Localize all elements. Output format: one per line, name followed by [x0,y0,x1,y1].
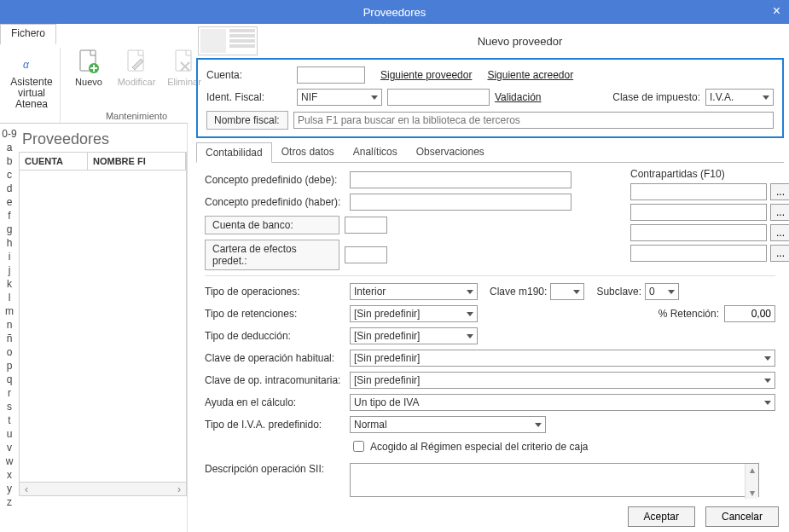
ayuda-calculo-select[interactable]: Un tipo de IVA [350,394,775,411]
validacion-link[interactable]: Validación [495,91,541,103]
tipo-iva-predef-label: Tipo de I.V.A. predefinido: [205,419,350,431]
ribbon-group-mantenimiento: Mantenimiento [106,111,167,123]
aceptar-button[interactable]: Aceptar [628,506,695,527]
acogido-regimen-checkbox[interactable] [353,441,364,452]
scroll-down-icon[interactable]: ▾ [750,487,755,499]
cuenta-banco-input[interactable] [345,217,387,234]
contrapartida-input[interactable] [630,245,767,262]
alpha-w[interactable]: w [6,454,14,468]
clase-impuesto-select[interactable]: I.V.A. [705,89,774,106]
concepto-haber-input[interactable] [350,194,571,211]
contrapartida-input[interactable] [630,204,767,221]
alpha-ñ[interactable]: ñ [7,332,13,345]
alpha-f[interactable]: f [8,209,10,223]
cuenta-banco-button[interactable]: Cuenta de banco: [205,216,339,234]
concepto-debe-input[interactable] [350,171,571,188]
alpha-y[interactable]: y [7,482,12,495]
clave-op-intracom-select[interactable]: [Sin predefinir] [350,372,775,389]
contrapartida-browse-button[interactable]: ... [770,183,789,200]
tipo-deduccion-select[interactable]: [Sin predefinir] [350,327,478,344]
desc-op-sii-textarea[interactable] [350,463,759,497]
pct-retencion-input[interactable] [724,305,775,322]
tab-analiticos[interactable]: Analíticos [344,142,407,162]
alpha-v[interactable]: v [7,441,12,454]
alpha-x[interactable]: x [7,468,12,482]
alpha-p[interactable]: p [7,359,13,373]
subclave-select[interactable]: 0 [645,283,679,300]
tipo-iva-predef-select[interactable]: Normal [350,416,546,433]
alpha-k[interactable]: k [7,277,12,291]
ribbon: Fichero α AsistentevirtualAtenea [0,24,188,124]
contrapartidas-label: Contrapartidas (F10) [630,168,775,180]
clave-op-intracom-label: Clave de op. intracomunitaria: [205,374,350,386]
contrapartida-input[interactable] [630,183,767,200]
siguiente-proveedor-link[interactable]: Siguiente proveedor [380,69,472,81]
alpha-i[interactable]: i [9,250,11,263]
concepto-haber-label: Concepto predefinido (haber): [205,196,350,208]
tab-contabilidad[interactable]: Contabilidad [196,142,272,163]
tipo-retenciones-select[interactable]: [Sin predefinir] [350,305,478,322]
alpha-0-9[interactable]: 0-9 [2,127,16,141]
ident-fiscal-input[interactable] [387,89,490,106]
clave-m190-select[interactable] [550,283,584,300]
nombre-fiscal-input[interactable] [293,112,774,129]
tab-otros-datos[interactable]: Otros datos [272,142,344,162]
asistente-virtual-button[interactable]: α AsistentevirtualAtenea [10,48,53,111]
horizontal-scrollbar[interactable]: ‹ › [19,483,187,496]
clave-op-habitual-select[interactable]: [Sin predefinir] [350,350,775,367]
alpha-o[interactable]: o [7,345,13,359]
col-nombre[interactable]: NOMBRE FI [88,153,186,170]
grid-body [19,171,187,483]
alpha-t[interactable]: t [8,413,10,427]
ident-fiscal-select[interactable]: NIF [297,89,382,106]
cuenta-label: Cuenta: [206,69,292,81]
alpha-u[interactable]: u [7,427,13,441]
contrapartida-browse-button[interactable]: ... [770,224,789,241]
ident-fiscal-label: Ident. Fiscal: [206,91,292,103]
alpha-j[interactable]: j [9,263,11,277]
tipo-operaciones-select[interactable]: Interior [350,283,478,300]
chevron-down-icon [467,334,473,338]
cartera-efectos-input[interactable] [345,246,387,263]
textarea-scrollbar[interactable]: ▴▾ [745,464,758,499]
cartera-efectos-button[interactable]: Cartera de efectos predet.: [205,240,339,270]
alpha-n[interactable]: n [7,318,13,332]
alpha-l[interactable]: l [9,291,11,304]
alpha-d[interactable]: d [7,182,13,195]
siguiente-acreedor-link[interactable]: Siguiente acreedor [487,69,573,81]
alpha-s[interactable]: s [7,400,12,413]
scroll-right-icon[interactable]: › [172,483,186,495]
alpha-r[interactable]: r [8,386,11,400]
contrapartida-browse-button[interactable]: ... [770,204,789,221]
nombre-fiscal-button[interactable]: Nombre fiscal: [206,111,288,130]
window-title: Proveedores [363,6,426,19]
chevron-down-icon [764,356,771,361]
alpha-q[interactable]: q [7,373,13,386]
concepto-debe-label: Concepto predefinido (debe): [205,174,350,186]
alpha-index[interactable]: 0-9abcdefghijklmnñopqrstuvwxyz [0,124,19,532]
alpha-z[interactable]: z [7,495,12,509]
col-cuenta[interactable]: CUENTA [20,153,88,170]
view-mode-icon[interactable] [198,26,258,55]
tab-observaciones[interactable]: Observaciones [407,142,494,162]
chevron-down-icon [764,379,771,383]
alpha-e[interactable]: e [7,195,13,209]
contrapartida-browse-button[interactable]: ... [770,245,789,262]
ribbon-tab-fichero[interactable]: Fichero [0,24,56,44]
chevron-down-icon [467,290,473,294]
alpha-c[interactable]: c [7,168,12,182]
cuenta-input[interactable] [297,66,365,84]
alpha-a[interactable]: a [7,141,13,154]
close-icon[interactable]: × [773,3,780,19]
contrapartida-input[interactable] [630,224,767,241]
nuevo-button[interactable]: Nuevo [67,48,110,87]
alpha-g[interactable]: g [7,223,13,236]
alpha-h[interactable]: h [7,236,13,250]
alpha-b[interactable]: b [7,154,13,168]
modificar-button[interactable]: Modificar [115,48,158,87]
cancelar-button[interactable]: Cancelar [705,506,779,527]
alpha-m[interactable]: m [5,304,14,318]
dialog-title: Nuevo proveedor [258,35,782,48]
scroll-left-icon[interactable]: ‹ [20,483,33,495]
scroll-up-icon[interactable]: ▴ [750,464,755,476]
